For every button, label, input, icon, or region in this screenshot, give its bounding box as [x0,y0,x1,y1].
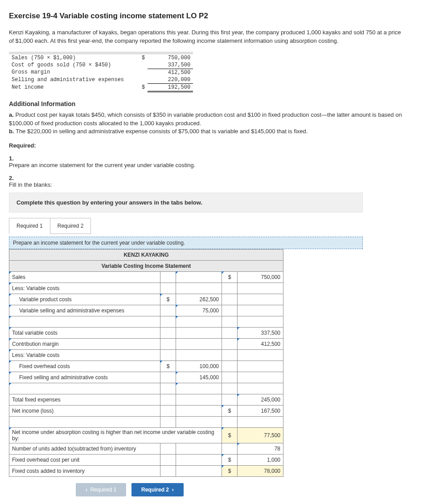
row-fixed-selling-admin: Fixed selling and administrative costs 1… [9,372,283,383]
row-blank [9,417,283,428]
row-less-variable: Less: Variable costs [9,283,283,294]
chevron-right-icon: › [172,487,174,493]
table-row: Sales (750 × $1,000) $ 750,000 [9,54,193,61]
row-total-fixed: Total fixed expenses 245,000 [9,394,283,406]
row-variable-product-costs: Variable product costs $ 262,500 [9,294,283,305]
tab-required-2[interactable]: Required 2 [50,218,91,234]
table-row: Gross margin 412,500 [9,69,193,76]
intro-paragraph: Kenzi Kayaking, a manufacturer of kayaks… [9,29,406,45]
row-income-diff: Net income under absorption costing is h… [9,428,283,443]
statement-title: Variable Costing Income Statement [9,261,283,272]
row-total-variable-costs: Total variable costs 337,500 [9,328,283,339]
chevron-left-icon: ‹ [86,487,87,493]
row-sales: Sales $ 750,000 [9,272,283,283]
next-button[interactable]: Required 2 › [131,483,184,496]
table-row: Net income $ 192,500 [9,83,193,91]
row-net-income: Net income (loss) $ 167,500 [9,406,283,417]
table-row: Selling and administrative expenses 220,… [9,76,193,84]
table-row: Cost of goods sold (750 × $450) 337,500 [9,61,193,69]
required-item-1: 1. Prepare an income statement for the c… [9,155,422,168]
company-header: KENZI KAYAKING [9,250,283,261]
additional-info-heading: Additional Information [9,100,422,107]
row-blank [9,316,283,328]
row-blank [9,383,283,394]
row-contribution-margin: Contribution margin 412,500 [9,339,283,350]
exercise-title: Exercise 19-4 Variable costing income st… [9,12,422,20]
sub-instruction: Prepare an income statement for the curr… [9,237,363,249]
required-heading: Required: [9,142,422,149]
worksheet: KENZI KAYAKING Variable Costing Income S… [9,249,283,477]
instruction-bar: Complete this question by entering your … [9,193,363,213]
prev-button[interactable]: ‹ Required 1 [76,483,126,496]
row-fixed-oh-per-unit: Fixed overhead cost per unit $ 1,000 [9,455,283,466]
row-fixed-costs-inventory: Fixed costs added to inventory $ 78,000 [9,466,283,477]
absorption-table: Sales (750 × $1,000) $ 750,000 Cost of g… [9,52,193,92]
info-item-b: b. The $220,000 in selling and administr… [9,127,410,136]
tab-required-1[interactable]: Required 1 [9,218,50,234]
row-fixed-overhead: Fixed overhead costs $ 100,000 [9,361,283,372]
info-item-a: a. Product cost per kayak totals $450, w… [9,111,410,128]
required-item-2: 2. Fill in the blanks: [9,175,422,188]
row-less-fixed: Less: Variable costs [9,350,283,361]
row-variable-selling-admin: Variable selling and administrative expe… [9,305,283,316]
row-units-inventory: Number of units added to(subtracted from… [9,443,283,455]
